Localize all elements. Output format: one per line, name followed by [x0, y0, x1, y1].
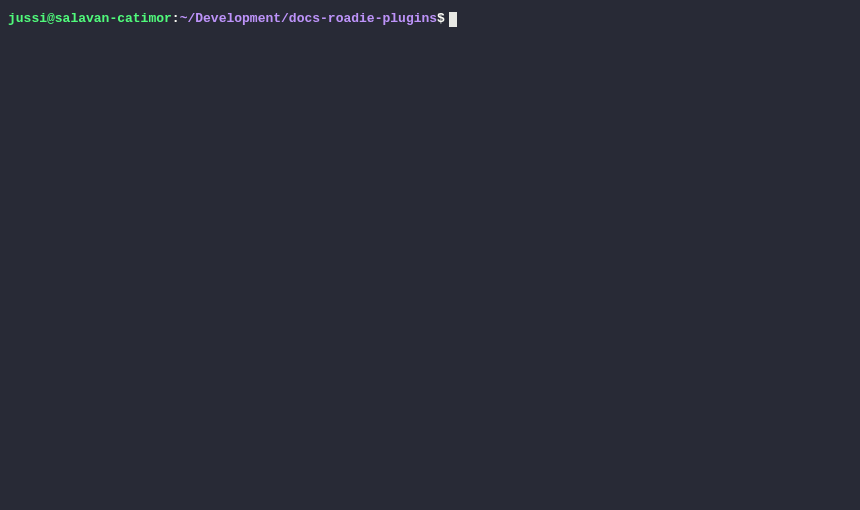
user-host: jussi@salavan-catimor: [8, 11, 172, 28]
current-path: ~/Development/docs-roadie-plugins: [180, 11, 437, 28]
prompt-colon: :: [172, 11, 180, 28]
prompt-symbol: $: [437, 11, 445, 28]
command-input-area[interactable]: [449, 12, 457, 27]
terminal-window[interactable]: jussi@salavan-catimor:~/Development/docs…: [0, 0, 860, 510]
cursor-icon: [449, 12, 457, 27]
prompt-line: jussi@salavan-catimor:~/Development/docs…: [8, 11, 852, 28]
